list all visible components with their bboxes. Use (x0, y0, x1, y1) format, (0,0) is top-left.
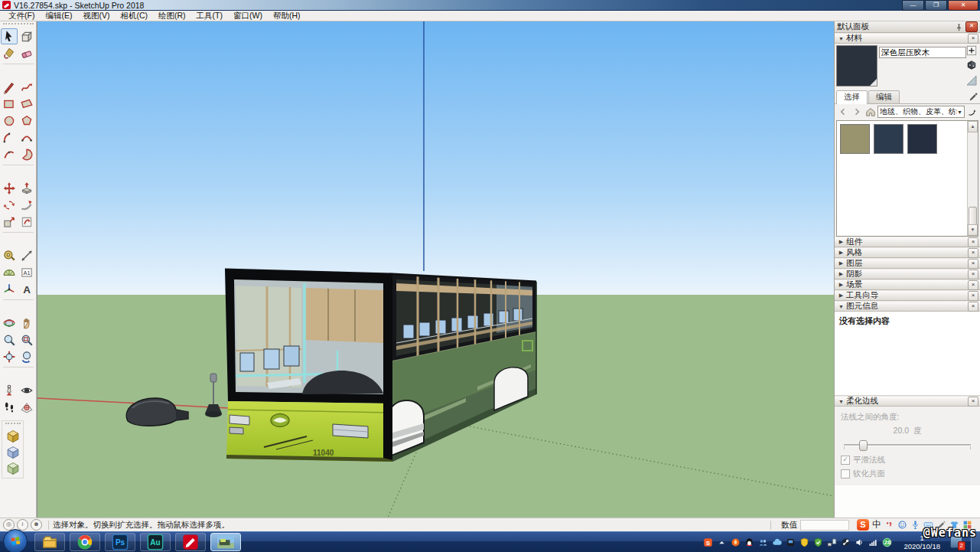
menu-item-7[interactable]: 帮助(H) (268, 11, 306, 21)
tab-select[interactable]: 选择 (836, 90, 868, 104)
in-model-icon[interactable] (864, 106, 877, 119)
tool-tape-measure[interactable] (1, 247, 18, 263)
tray-sogou-tray[interactable]: S (703, 537, 713, 547)
maximize-button[interactable]: ❐ (925, 0, 947, 11)
tool-orbit[interactable] (1, 315, 18, 331)
tool-axes[interactable] (1, 281, 18, 297)
tray-contacts[interactable] (758, 537, 768, 547)
material-name-input[interactable] (879, 47, 966, 58)
tool-scale[interactable] (1, 214, 18, 230)
forward-icon[interactable] (850, 106, 863, 119)
tray-pc[interactable] (786, 537, 796, 547)
tool-pie[interactable] (18, 146, 35, 162)
create-material-icon[interactable] (966, 45, 977, 57)
panel-close-button[interactable]: × (968, 291, 978, 301)
collapsed-panel-header-4[interactable]: ▶场景× (835, 279, 980, 290)
ime-punctuation[interactable] (884, 520, 894, 530)
paint-with-texture-icon[interactable] (966, 60, 977, 72)
tool-rotated-rectangle[interactable] (18, 96, 35, 112)
panel-close-button[interactable]: × (968, 280, 978, 290)
tray-steam[interactable] (841, 537, 851, 547)
taskbar-app-explorer[interactable] (34, 533, 65, 551)
tool-paint-bucket[interactable] (1, 45, 18, 61)
tray-signal[interactable] (868, 537, 878, 547)
materials-panel-header[interactable]: ▼ 材料 × (835, 33, 980, 44)
tool-follow-me[interactable] (18, 197, 35, 213)
tool-line[interactable] (1, 79, 18, 95)
tool-zoom-window[interactable] (18, 332, 35, 348)
menu-item-3[interactable]: 相机(C) (115, 11, 153, 21)
tool-iso-cube-green[interactable] (5, 460, 21, 476)
tool-three-point-arc[interactable] (1, 146, 18, 162)
tool-zoom-extents[interactable] (1, 348, 18, 364)
tool-iso-cube-yellow[interactable] (5, 428, 21, 444)
angle-slider[interactable] (842, 439, 972, 450)
material-swatch-olive-fabric[interactable] (840, 124, 870, 154)
tool-3d-text[interactable]: A (18, 281, 35, 297)
back-icon[interactable] (836, 106, 849, 119)
tray-arrow-up[interactable] (717, 537, 727, 547)
collapsed-panel-header-3[interactable]: ▶阴影× (835, 269, 980, 279)
tray-network[interactable] (827, 537, 837, 547)
toolbar-grip[interactable] (5, 423, 21, 427)
taskbar-app-sketchup[interactable] (175, 533, 206, 551)
tool-eraser[interactable] (18, 45, 35, 61)
menu-item-6[interactable]: 窗口(W) (228, 11, 268, 21)
measurements-input[interactable] (800, 520, 849, 531)
menu-item-2[interactable]: 视图(V) (77, 11, 115, 21)
sign-in-icon[interactable]: ☻ (31, 519, 42, 531)
panel-close-button[interactable]: × (968, 237, 978, 247)
tray-safety-ball[interactable]: 28 (882, 537, 892, 547)
entity-info-header[interactable]: ▼ 图元信息 × (835, 301, 980, 312)
tool-offset[interactable] (18, 214, 35, 230)
soften-coplanar-checkbox[interactable] (841, 469, 850, 479)
scrollbar-thumb[interactable] (969, 207, 977, 225)
tool-position-camera[interactable] (1, 382, 18, 398)
tool-zoom[interactable] (1, 332, 18, 348)
tool-two-point-arc[interactable] (18, 129, 35, 145)
tool-circle[interactable] (1, 113, 18, 129)
tool-freehand[interactable] (18, 79, 35, 95)
panel-close-button[interactable]: × (968, 259, 978, 269)
soften-edges-close-button[interactable]: × (968, 397, 978, 407)
taskbar-app-chrome[interactable] (70, 533, 100, 551)
materials-close-button[interactable]: × (968, 34, 978, 44)
minimize-button[interactable]: — (902, 0, 924, 11)
taskbar-app-audition[interactable]: Au (140, 533, 171, 551)
tray-volume[interactable] (855, 537, 864, 547)
panel-close-button[interactable]: × (968, 269, 978, 279)
soften-edges-header[interactable]: ▼ 柔化边线 × (835, 396, 980, 407)
swatch-scrollbar[interactable]: ▲ ▼ (967, 121, 978, 236)
material-swatch-dark-navy-fabric[interactable] (907, 124, 937, 154)
collapsed-panel-header-5[interactable]: ▶工具向导× (835, 290, 980, 301)
tool-section-plane[interactable] (18, 399, 35, 415)
tool-previous-view[interactable] (18, 348, 35, 364)
tool-select[interactable] (1, 28, 18, 44)
tray-shield-green[interactable] (813, 537, 823, 547)
material-preview[interactable] (836, 45, 877, 87)
scroll-up-icon[interactable]: ▲ (968, 121, 978, 132)
tool-rectangle[interactable] (1, 96, 18, 112)
tool-move[interactable] (1, 180, 18, 196)
smooth-normals-checkbox[interactable]: ✓ (841, 456, 850, 465)
tool-pan[interactable] (18, 315, 35, 331)
tray-flame[interactable] (731, 537, 741, 547)
sample-paint-icon[interactable] (965, 74, 978, 88)
taskbar-app-photoshop[interactable]: Ps (105, 533, 135, 551)
tray-cloud[interactable] (772, 537, 782, 547)
tab-edit[interactable]: 编辑 (868, 90, 900, 103)
scroll-down-icon[interactable]: ▼ (968, 224, 978, 236)
sogou-icon[interactable]: S (857, 519, 869, 531)
tool-make-component[interactable] (18, 28, 35, 44)
secondary-pane-icon[interactable] (965, 106, 978, 119)
tool-protractor[interactable] (1, 264, 18, 280)
collapsed-panel-header-2[interactable]: ▶图层× (835, 258, 980, 269)
tray-close-button[interactable]: ✕ (965, 21, 978, 32)
tool-push-pull[interactable] (18, 180, 35, 196)
pin-icon[interactable] (954, 22, 964, 31)
entity-info-close-button[interactable]: × (968, 302, 978, 312)
menu-item-1[interactable]: 编辑(E) (40, 11, 77, 21)
ime-emoji[interactable] (897, 520, 907, 530)
collapsed-panel-header-0[interactable]: ▶组件× (835, 237, 980, 247)
tool-rotate[interactable] (1, 197, 18, 213)
